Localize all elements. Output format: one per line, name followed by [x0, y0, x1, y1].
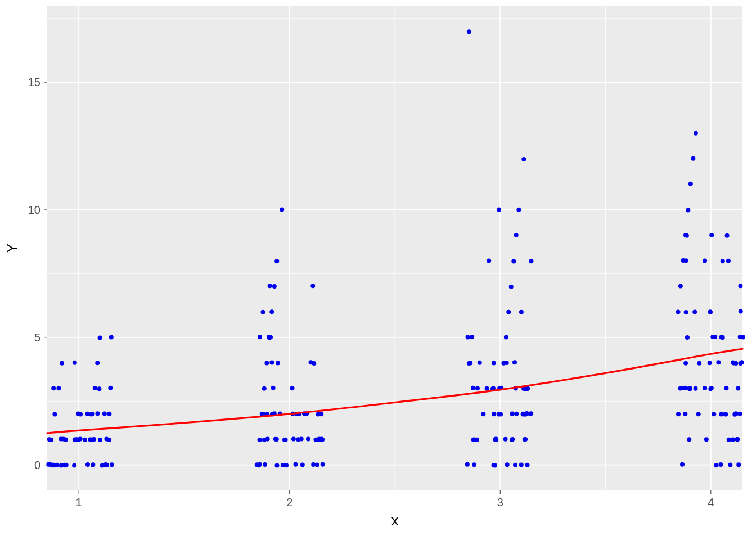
data-point — [105, 463, 109, 467]
data-point — [317, 437, 322, 442]
data-point — [91, 462, 95, 467]
data-point — [262, 386, 267, 391]
data-point — [83, 438, 87, 442]
scatter-chart: 1234051015xY — [0, 0, 756, 540]
data-point — [716, 360, 721, 364]
data-point — [316, 412, 321, 416]
data-point — [739, 309, 743, 314]
data-point — [514, 233, 519, 237]
data-point — [72, 463, 76, 467]
data-point — [523, 437, 527, 442]
data-point — [732, 412, 737, 417]
data-point — [513, 463, 518, 467]
data-point — [676, 310, 681, 314]
data-point — [60, 361, 64, 366]
data-point — [258, 335, 262, 339]
data-point — [471, 386, 475, 390]
data-point — [97, 386, 101, 391]
data-point — [268, 284, 272, 288]
x-tick-label: 4 — [708, 496, 714, 508]
data-point — [47, 437, 52, 442]
data-point — [718, 462, 723, 467]
data-point — [728, 463, 732, 467]
data-point — [98, 438, 102, 442]
data-point — [709, 233, 714, 237]
data-point — [272, 284, 277, 289]
data-point — [300, 462, 305, 467]
y-tick-label: 15 — [28, 76, 40, 88]
data-point — [688, 182, 693, 186]
data-point — [108, 386, 112, 390]
x-tick-label: 1 — [76, 496, 82, 508]
data-point — [98, 335, 102, 340]
data-point — [283, 438, 287, 442]
data-point — [497, 208, 501, 212]
data-point — [738, 335, 742, 339]
data-point — [678, 386, 683, 390]
data-point — [492, 412, 496, 416]
data-point — [714, 463, 719, 467]
data-point — [687, 437, 691, 442]
data-point — [472, 462, 476, 467]
data-point — [696, 412, 701, 416]
data-point — [315, 463, 320, 467]
data-point — [498, 412, 503, 417]
data-point — [519, 310, 524, 314]
x-axis-label: x — [392, 512, 399, 529]
data-point — [529, 259, 533, 263]
data-point — [76, 412, 80, 416]
data-point — [263, 462, 267, 467]
data-point — [692, 309, 697, 314]
data-point — [734, 361, 738, 366]
data-point — [509, 285, 514, 289]
data-point — [684, 310, 688, 314]
data-point — [493, 464, 497, 468]
data-point — [514, 412, 519, 416]
data-point — [267, 335, 271, 339]
data-point — [468, 361, 472, 366]
data-point — [269, 360, 274, 364]
y-tick-label: 0 — [34, 459, 40, 471]
data-point — [478, 361, 482, 365]
y-tick-label: 5 — [34, 331, 40, 344]
data-point — [55, 463, 59, 467]
data-point — [740, 360, 744, 364]
data-point — [737, 412, 742, 416]
data-point — [708, 361, 712, 365]
data-point — [95, 361, 100, 365]
data-point — [521, 157, 526, 161]
data-point — [504, 335, 508, 340]
data-point — [505, 462, 510, 467]
data-point — [680, 462, 685, 467]
data-point — [503, 437, 508, 442]
data-point — [676, 412, 681, 416]
data-point — [712, 412, 716, 416]
x-tick-label: 3 — [497, 496, 503, 508]
chart-container: 1234051015xY — [0, 0, 756, 540]
data-point — [58, 437, 63, 442]
data-point — [89, 412, 93, 416]
data-point — [736, 386, 740, 390]
data-point — [519, 463, 524, 467]
data-point — [736, 462, 741, 467]
data-point — [510, 437, 515, 442]
data-point — [465, 462, 470, 467]
data-point — [110, 462, 114, 467]
data-point — [262, 438, 267, 442]
data-point — [52, 412, 57, 417]
data-point — [525, 463, 530, 467]
data-point — [719, 412, 723, 417]
data-point — [738, 284, 742, 288]
data-point — [735, 437, 739, 442]
data-point — [521, 412, 525, 416]
data-point — [683, 412, 687, 416]
data-point — [723, 412, 728, 416]
data-point — [481, 412, 485, 416]
data-point — [56, 386, 61, 390]
data-point — [273, 437, 278, 442]
data-point — [271, 386, 276, 390]
y-tick-label: 10 — [28, 204, 40, 216]
data-point — [281, 463, 285, 467]
data-point — [274, 464, 279, 468]
data-point — [721, 259, 725, 263]
